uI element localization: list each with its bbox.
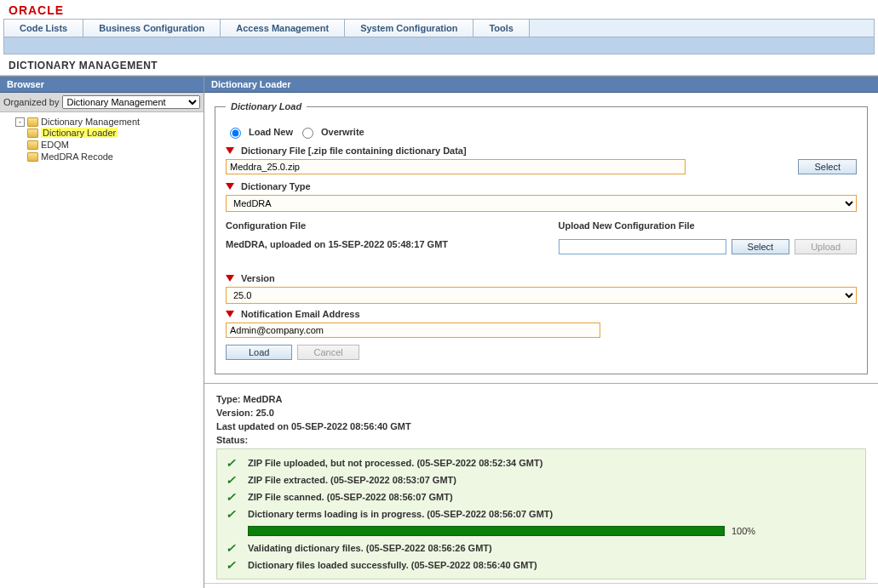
config-select-button[interactable]: Select: [732, 239, 790, 254]
tree-collapse-icon[interactable]: -: [15, 117, 25, 127]
dictionary-file-input[interactable]: [226, 159, 686, 174]
status-line: Dictionary terms loading is in progress.…: [248, 509, 553, 519]
updated-label: Last updated on: [216, 421, 289, 431]
check-icon: ✓: [224, 490, 238, 504]
nav-tree: - Dictionary Management Dictionary Loade…: [0, 112, 204, 167]
tab-code-lists[interactable]: Code Lists: [4, 20, 83, 37]
load-new-text: Load New: [249, 127, 293, 137]
dictionary-type-select[interactable]: MedDRA: [226, 195, 857, 212]
version-info-label: Version:: [216, 408, 253, 418]
version-info-value: 25.0: [255, 408, 273, 418]
dictionary-file-label: Dictionary File [.zip file containing di…: [241, 146, 467, 156]
dictionary-file-select-button[interactable]: Select: [798, 159, 857, 174]
required-icon: [226, 183, 234, 190]
configuration-file-label: Configuration File: [226, 220, 525, 231]
status-line: ZIP File scanned. (05-SEP-2022 08:56:07 …: [248, 492, 453, 502]
radio-overwrite-label[interactable]: Overwrite: [298, 125, 364, 139]
check-icon: ✓: [224, 541, 238, 555]
main-tabbar: Code Lists Business Configuration Access…: [3, 19, 875, 37]
radio-overwrite[interactable]: [302, 128, 313, 139]
upload-config-input[interactable]: [559, 239, 726, 254]
check-icon: ✓: [224, 456, 238, 470]
load-button[interactable]: Load: [226, 345, 292, 360]
overwrite-text: Overwrite: [321, 127, 364, 137]
cancel-button: Cancel: [297, 345, 359, 360]
radio-load-new[interactable]: [230, 128, 241, 139]
tree-root[interactable]: Dictionary Management: [41, 117, 140, 127]
status-box: ✓ZIP File uploaded, but not processed. (…: [216, 448, 866, 579]
upload-button: Upload: [795, 239, 857, 254]
dictionary-loader-header: Dictionary Loader: [204, 77, 878, 93]
check-icon: ✓: [224, 507, 238, 521]
progress-bar: [248, 526, 725, 536]
email-label: Notification Email Address: [241, 309, 360, 319]
tab-tools[interactable]: Tools: [473, 20, 530, 37]
folder-icon: [27, 140, 38, 150]
organized-by-label: Organized by: [3, 97, 59, 107]
rollback-status-label: Rollback Status: [204, 583, 878, 588]
configuration-file-text: MedDRA, uploaded on 15-SEP-2022 05:48:17…: [226, 239, 448, 249]
tree-item-meddra-recode[interactable]: MedDRA Recode: [41, 151, 113, 162]
progress-percent: 100%: [732, 526, 755, 536]
check-icon: ✓: [224, 473, 238, 487]
brand-logo: ORACLE: [0, 0, 878, 19]
folder-icon: [27, 152, 38, 162]
fieldset-legend: Dictionary Load: [226, 101, 307, 111]
folder-icon: [27, 128, 38, 138]
tab-business-configuration[interactable]: Business Configuration: [83, 20, 221, 37]
type-value: MedDRA: [244, 394, 283, 404]
status-line: Dictionary files loaded successfully. (0…: [248, 560, 537, 570]
status-line: Validating dictionary files. (05-SEP-202…: [248, 543, 492, 553]
sub-tabbar: [3, 37, 875, 54]
version-select[interactable]: 25.0: [226, 287, 857, 304]
tab-system-configuration[interactable]: System Configuration: [345, 20, 473, 37]
required-icon: [226, 275, 234, 282]
tab-access-management[interactable]: Access Management: [221, 20, 345, 37]
check-icon: ✓: [224, 558, 238, 572]
required-icon: [226, 311, 234, 317]
tree-item-dictionary-loader[interactable]: Dictionary Loader: [41, 128, 118, 138]
updated-value: 05-SEP-2022 08:56:40 GMT: [291, 421, 411, 431]
upload-new-config-label: Upload New Configuration File: [559, 220, 858, 231]
type-label: Type:: [216, 394, 241, 404]
organized-by-select[interactable]: Dictionary Management: [62, 95, 200, 109]
tree-item-edqm[interactable]: EDQM: [41, 140, 69, 150]
dictionary-type-label: Dictionary Type: [241, 181, 311, 191]
dictionary-load-fieldset: Dictionary Load Load New Overwrite Dicti…: [215, 101, 868, 374]
email-input[interactable]: [226, 323, 600, 338]
version-label: Version: [241, 273, 275, 283]
status-line: ZIP File extracted. (05-SEP-2022 08:53:0…: [248, 475, 456, 485]
required-icon: [226, 147, 234, 154]
page-title: DICTIONARY MANAGEMENT: [0, 54, 878, 76]
status-label: Status:: [216, 435, 248, 445]
status-line: ZIP File uploaded, but not processed. (0…: [248, 458, 542, 468]
radio-load-new-label[interactable]: Load New: [226, 125, 293, 139]
browser-header: Browser: [0, 77, 204, 93]
folder-open-icon: [27, 117, 38, 127]
